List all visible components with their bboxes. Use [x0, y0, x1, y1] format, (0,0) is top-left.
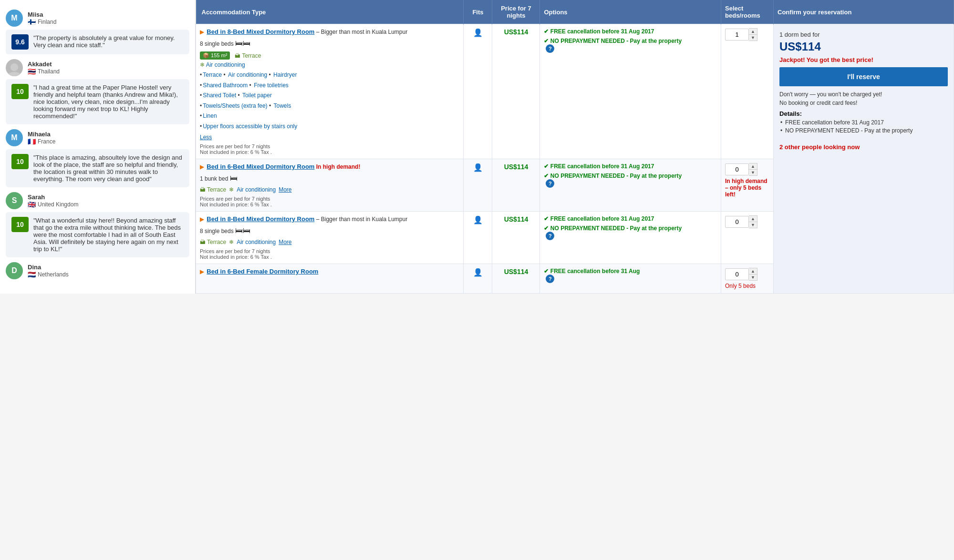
spinner-buttons-3[interactable]: ▲ ▼	[749, 215, 757, 228]
reviewer-country: 🇳🇱 Netherlands	[28, 271, 69, 278]
spinner-2[interactable]: ▲ ▼	[725, 163, 769, 176]
reviewer-name: Miisa	[28, 11, 56, 18]
avatar-miisa: M	[6, 10, 23, 27]
spinner-1[interactable]: ▲ ▼	[725, 28, 769, 41]
spinner-up-2[interactable]: ▲	[749, 163, 757, 170]
select-cell-3: ▲ ▼	[721, 211, 774, 264]
price-note-3: Prices are per bed for 7 nightsNot inclu…	[200, 248, 459, 260]
review-text: "I had a great time at the Paper Plane H…	[33, 84, 184, 120]
room-link-2[interactable]: Bed in 6-Bed Mixed Dormitory Room	[207, 163, 314, 170]
reviewer-country: 🇫🇷 France	[28, 138, 55, 145]
room-link-4[interactable]: Bed in 6-Bed Female Dormitory Room	[207, 268, 318, 275]
spinner-3[interactable]: ▲ ▼	[725, 215, 769, 228]
review-text: "What a wonderful stay here!! Beyond ama…	[33, 217, 184, 253]
people-looking-text: 2 other people looking now	[779, 143, 948, 151]
col-header-options: Options	[540, 0, 721, 24]
reviewer-name: Sarah	[28, 193, 78, 201]
ac-link[interactable]: Air conditioning	[237, 239, 276, 245]
score-badge: 9.6	[11, 34, 29, 50]
spinner-buttons-2[interactable]: ▲ ▼	[749, 163, 757, 176]
ac-link[interactable]: Air conditioning	[206, 61, 245, 68]
no-prepay-label: NO PREPAYMENT NEEDED - Pay at the proper…	[544, 173, 717, 179]
help-icon[interactable]: ?	[546, 232, 554, 240]
review-text: "This place is amazing, absoultely love …	[33, 154, 184, 183]
ac-icon: ❄	[229, 239, 234, 245]
less-link[interactable]: Less	[200, 134, 212, 141]
confirm-bullet-2: NO PREPAYMENT NEEDED - Pay at the proper…	[779, 127, 948, 134]
room-desc-1: – Bigger than most in Kuala Lumpur	[316, 29, 407, 35]
no-prepay-label: NO PREPAYMENT NEEDED - Pay at the proper…	[544, 38, 717, 44]
more-link-3[interactable]: More	[279, 239, 291, 245]
accommodation-cell-1: ▶ Bed in 8-Bed Mixed Dormitory Room – Bi…	[196, 24, 464, 159]
fits-cell-4: 👤	[464, 264, 492, 293]
confirm-note-2: No booking or credit card fees!	[779, 100, 948, 106]
in-demand-warning: In high demand – only 5 beds left!	[725, 178, 769, 198]
spinner-up-3[interactable]: ▲	[749, 216, 757, 222]
spinner-down-3[interactable]: ▼	[749, 222, 757, 228]
no-prepay-label: NO PREPAYMENT NEEDED - Pay at the proper…	[544, 225, 717, 232]
spinner-buttons-1[interactable]: ▲ ▼	[749, 28, 757, 41]
score-badge: 10	[11, 154, 29, 169]
help-icon[interactable]: ?	[546, 275, 554, 283]
review-box-3: 10 "This place is amazing, absoultely lo…	[6, 149, 189, 187]
beds-input-3[interactable]	[725, 216, 749, 228]
col-header-select: Select beds/rooms	[721, 0, 774, 24]
bed-info-2: 1 bunk bed 🛏	[200, 174, 459, 183]
svg-point-0	[10, 63, 18, 71]
terrace-icon: 🏔 Terrace	[200, 239, 226, 245]
confirm-price: US$114	[779, 40, 948, 53]
spinner-down-4[interactable]: ▼	[749, 275, 757, 280]
select-cell-2: ▲ ▼ In high demand – only 5 beds left!	[721, 159, 774, 211]
price-cell-4: US$114	[492, 264, 540, 293]
options-cell-1: FREE cancellation before 31 Aug 2017 NO …	[540, 24, 721, 159]
spinner-down-1[interactable]: ▼	[749, 35, 757, 41]
price-cell-3: US$114	[492, 211, 540, 264]
spinner-down-2[interactable]: ▼	[749, 170, 757, 175]
terrace-icon: 🏔 Terrace	[200, 186, 226, 193]
reviewer-miisa: M Miisa 🇫🇮 Finland	[6, 10, 189, 27]
reviewer-akkadet: Akkadet 🇹🇭 Thailand	[6, 59, 189, 76]
help-icon[interactable]: ?	[546, 44, 554, 53]
room-desc-3: – Bigger than most in Kuala Lumpur	[316, 216, 407, 223]
spinner-up-4[interactable]: ▲	[749, 268, 757, 275]
beds-input-2[interactable]	[725, 163, 749, 175]
bed-info-1: 8 single beds 🛏🛏	[200, 39, 459, 48]
free-cancel-label: FREE cancellation before 31 Aug 2017	[544, 28, 717, 35]
reviewer-name: Akkadet	[28, 61, 60, 68]
spinner-up-1[interactable]: ▲	[749, 29, 757, 35]
reviewer-country: 🇹🇭 Thailand	[28, 68, 60, 75]
beds-input-4[interactable]	[725, 268, 749, 280]
jackpot-text: Jackpot! You got the best price!	[779, 56, 948, 63]
person-icon: 👤	[467, 268, 488, 277]
spinner-buttons-4[interactable]: ▲ ▼	[749, 268, 757, 281]
fits-cell-2: 👤	[464, 159, 492, 211]
avatar-sarah: S	[6, 192, 23, 209]
person-icon: 👤	[467, 163, 488, 172]
ac-icon: ❄	[229, 186, 234, 193]
ac-icon: ❄	[200, 61, 206, 68]
person-icon: 👤	[467, 28, 488, 37]
only-left-label: Only 5 beds	[725, 283, 769, 289]
price-cell-1: US$114	[492, 24, 540, 159]
more-link-2[interactable]: More	[279, 186, 291, 193]
free-cancel-label: FREE cancellation before 31 Aug	[544, 268, 717, 275]
accommodation-table: Accommodation Type Fits Price for 7 nigh…	[196, 0, 954, 294]
table-row: ▶ Bed in 8-Bed Mixed Dormitory Room – Bi…	[196, 24, 954, 159]
help-icon[interactable]: ?	[546, 179, 554, 188]
ac-row: ❄ Air conditioning	[200, 61, 459, 68]
confirm-bullet-1: FREE cancellation before 31 Aug 2017	[779, 119, 948, 126]
col-header-fits: Fits	[464, 0, 492, 24]
reviewer-sarah: S Sarah 🇬🇧 United Kingdom	[6, 192, 189, 209]
reviewer-country: 🇬🇧 United Kingdom	[28, 201, 78, 208]
confirm-details-label: Details:	[779, 110, 948, 117]
room-features-1: 📦 155 m² 🏔 Terrace	[200, 51, 459, 60]
room-link-3[interactable]: Bed in 8-Bed Mixed Dormitory Room	[207, 215, 314, 223]
reserve-button[interactable]: I'll reserve	[779, 67, 948, 86]
room-link-1[interactable]: Bed in 8-Bed Mixed Dormitory Room	[207, 28, 314, 35]
beds-input-1[interactable]	[725, 29, 749, 41]
spinner-4[interactable]: ▲ ▼	[725, 268, 769, 281]
reviewer-name: Mihaela	[28, 131, 55, 138]
ac-link[interactable]: Air conditioning	[237, 186, 276, 193]
review-box-1: 9.6 "The property is absolutely a great …	[6, 30, 189, 54]
options-cell-2: FREE cancellation before 31 Aug 2017 NO …	[540, 159, 721, 211]
